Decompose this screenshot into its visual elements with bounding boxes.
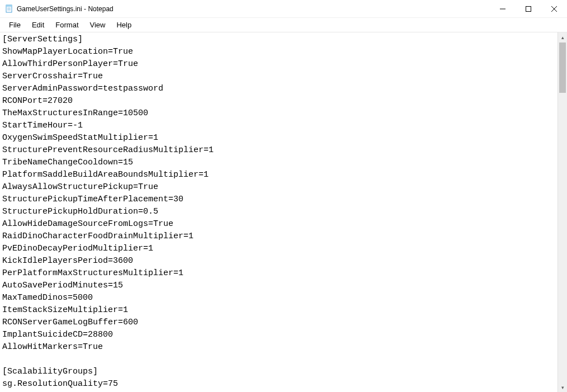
notepad-icon (4, 4, 13, 13)
menubar: File Edit Format View Help (0, 18, 567, 32)
svg-rect-6 (526, 6, 531, 11)
maximize-button[interactable] (516, 0, 541, 17)
text-editor[interactable]: [ServerSettings] ShowMapPlayerLocation=T… (0, 32, 557, 392)
menu-file[interactable]: File (3, 19, 26, 31)
window-controls (490, 0, 567, 17)
svg-rect-1 (6, 5, 12, 7)
scroll-down-arrow-icon[interactable]: ▾ (558, 382, 567, 392)
close-button[interactable] (541, 0, 567, 17)
menu-help[interactable]: Help (111, 19, 137, 31)
minimize-button[interactable] (490, 0, 516, 17)
scrollbar-thumb[interactable] (559, 42, 566, 93)
menu-format[interactable]: Format (50, 19, 84, 31)
vertical-scrollbar[interactable]: ▴ ▾ (557, 32, 567, 392)
menu-view[interactable]: View (84, 19, 111, 31)
editor-container: [ServerSettings] ShowMapPlayerLocation=T… (0, 32, 567, 392)
scroll-up-arrow-icon[interactable]: ▴ (558, 32, 567, 42)
titlebar: GameUserSettings.ini - Notepad (0, 0, 567, 18)
window-title: GameUserSettings.ini - Notepad (17, 5, 490, 13)
menu-edit[interactable]: Edit (26, 19, 50, 31)
